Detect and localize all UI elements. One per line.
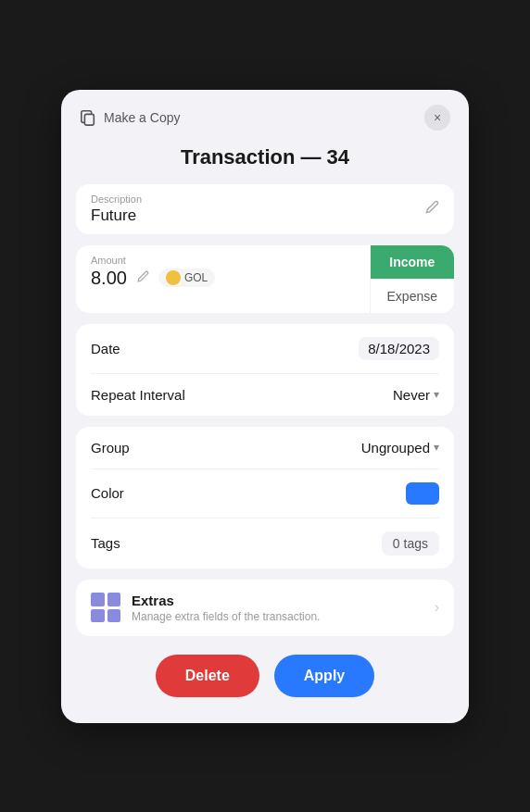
repeat-interval-label: Repeat Interval <box>91 387 185 403</box>
extras-subtitle: Manage extra fields of the transaction. <box>132 610 435 623</box>
description-card: Description Future <box>76 184 454 234</box>
extras-text: Extras Manage extra fields of the transa… <box>132 593 435 623</box>
group-value: Ungrouped <box>361 440 430 456</box>
extras-chevron-icon: › <box>435 599 439 616</box>
extras-row[interactable]: Extras Manage extra fields of the transa… <box>76 580 454 636</box>
group-dropdown[interactable]: Ungrouped ▾ <box>361 440 439 456</box>
expense-button[interactable]: Expense <box>371 279 454 313</box>
color-label: Color <box>91 485 124 501</box>
group-row: Group Ungrouped ▾ <box>76 427 454 468</box>
color-swatch[interactable] <box>406 482 439 505</box>
grid-cell-1 <box>91 593 105 606</box>
apply-button[interactable]: Apply <box>274 655 374 697</box>
group-label: Group <box>91 440 130 456</box>
chevron-down-icon: ▾ <box>434 388 439 401</box>
income-button[interactable]: Income <box>371 245 454 279</box>
amount-edit-icon[interactable] <box>136 270 149 286</box>
tags-row: Tags 0 tags <box>76 518 454 568</box>
close-button[interactable]: × <box>424 105 450 131</box>
tags-button[interactable]: 0 tags <box>382 531 439 556</box>
date-row: Date 8/18/2023 <box>76 324 454 373</box>
delete-button[interactable]: Delete <box>156 655 259 697</box>
color-row: Color <box>76 469 454 518</box>
amount-value-row: 8.00 GOL <box>91 268 355 289</box>
make-a-copy-label: Make a Copy <box>80 109 180 126</box>
amount-field: Amount 8.00 GOL <box>76 245 370 313</box>
amount-card: Amount 8.00 GOL Income Expense <box>76 245 454 313</box>
footer-buttons: Delete Apply <box>61 655 469 697</box>
currency-dot-icon <box>166 270 181 285</box>
amount-label: Amount <box>91 255 355 266</box>
grid-cell-2 <box>107 593 121 606</box>
extras-title: Extras <box>132 593 435 608</box>
description-value: Future <box>91 206 439 225</box>
grid-cell-4 <box>107 609 121 623</box>
description-label: Description <box>91 194 439 205</box>
income-expense-toggle: Income Expense <box>370 245 454 313</box>
extras-grid-icon <box>91 593 120 622</box>
amount-value: 8.00 <box>91 268 127 289</box>
date-repeat-card: Date 8/18/2023 Repeat Interval Never ▾ <box>76 324 454 416</box>
currency-code: GOL <box>184 271 208 284</box>
svg-rect-0 <box>84 114 94 125</box>
copy-icon <box>80 109 96 126</box>
grid-cell-3 <box>91 609 105 623</box>
modal-container: Make a Copy × Transaction — 34 Descripti… <box>61 90 469 723</box>
page-title: Transaction — 34 <box>61 142 469 184</box>
copy-title: Make a Copy <box>104 110 180 125</box>
group-chevron-icon: ▾ <box>434 441 439 454</box>
repeat-interval-row: Repeat Interval Never ▾ <box>76 374 454 416</box>
modal-header: Make a Copy × <box>61 90 469 142</box>
date-value[interactable]: 8/18/2023 <box>359 337 439 360</box>
date-label: Date <box>91 341 120 356</box>
repeat-interval-value: Never <box>393 387 430 403</box>
description-field: Description Future <box>76 184 454 234</box>
repeat-interval-dropdown[interactable]: Never ▾ <box>393 387 439 403</box>
tags-label: Tags <box>91 535 120 551</box>
description-edit-icon[interactable] <box>424 200 439 219</box>
group-color-tags-card: Group Ungrouped ▾ Color Tags 0 tags <box>76 427 454 568</box>
currency-badge[interactable]: GOL <box>158 269 215 287</box>
extras-card: Extras Manage extra fields of the transa… <box>76 580 454 636</box>
